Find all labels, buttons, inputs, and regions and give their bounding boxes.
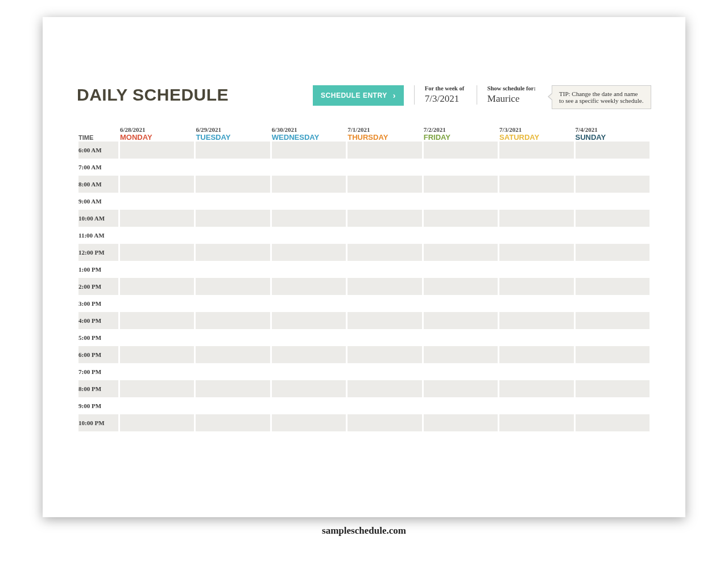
schedule-slot[interactable] <box>576 244 650 261</box>
schedule-slot[interactable] <box>348 244 421 261</box>
schedule-slot[interactable] <box>196 346 270 363</box>
schedule-slot[interactable] <box>272 210 346 227</box>
schedule-slot[interactable] <box>576 159 650 176</box>
schedule-slot[interactable] <box>120 397 194 414</box>
schedule-slot[interactable] <box>120 380 194 397</box>
schedule-slot[interactable] <box>348 295 421 312</box>
schedule-slot[interactable] <box>196 295 270 312</box>
schedule-slot[interactable] <box>424 295 498 312</box>
schedule-slot[interactable] <box>576 295 650 312</box>
schedule-slot[interactable] <box>499 261 573 278</box>
schedule-slot[interactable] <box>499 193 573 210</box>
schedule-slot[interactable] <box>499 159 573 176</box>
schedule-slot[interactable] <box>424 176 498 193</box>
schedule-slot[interactable] <box>120 227 194 244</box>
schedule-slot[interactable] <box>120 312 194 329</box>
schedule-slot[interactable] <box>196 363 270 380</box>
schedule-slot[interactable] <box>348 329 421 346</box>
schedule-slot[interactable] <box>120 210 194 227</box>
schedule-slot[interactable] <box>196 380 270 397</box>
schedule-slot[interactable] <box>272 244 346 261</box>
schedule-slot[interactable] <box>272 142 346 159</box>
schedule-slot[interactable] <box>348 363 421 380</box>
schedule-slot[interactable] <box>272 312 346 329</box>
schedule-slot[interactable] <box>196 159 270 176</box>
schedule-slot[interactable] <box>120 176 194 193</box>
schedule-slot[interactable] <box>196 312 270 329</box>
schedule-slot[interactable] <box>196 176 270 193</box>
schedule-slot[interactable] <box>424 414 498 431</box>
schedule-slot[interactable] <box>424 363 498 380</box>
schedule-slot[interactable] <box>424 227 498 244</box>
schedule-slot[interactable] <box>424 142 498 159</box>
schedule-slot[interactable] <box>424 159 498 176</box>
schedule-slot[interactable] <box>499 142 573 159</box>
schedule-slot[interactable] <box>576 346 650 363</box>
schedule-slot[interactable] <box>499 329 573 346</box>
schedule-slot[interactable] <box>120 261 194 278</box>
schedule-slot[interactable] <box>272 227 346 244</box>
schedule-slot[interactable] <box>196 414 270 431</box>
schedule-slot[interactable] <box>272 380 346 397</box>
schedule-slot[interactable] <box>576 363 650 380</box>
schedule-slot[interactable] <box>272 193 346 210</box>
schedule-slot[interactable] <box>499 414 573 431</box>
schedule-slot[interactable] <box>424 312 498 329</box>
schedule-slot[interactable] <box>499 244 573 261</box>
schedule-slot[interactable] <box>196 193 270 210</box>
schedule-entry-button[interactable]: SCHEDULE ENTRY › <box>313 85 404 106</box>
schedule-slot[interactable] <box>424 329 498 346</box>
schedule-slot[interactable] <box>348 142 421 159</box>
schedule-slot[interactable] <box>499 227 573 244</box>
show-schedule-for-value[interactable]: Maurice <box>487 93 536 105</box>
schedule-slot[interactable] <box>348 210 421 227</box>
schedule-slot[interactable] <box>348 159 421 176</box>
schedule-slot[interactable] <box>272 176 346 193</box>
schedule-slot[interactable] <box>120 278 194 295</box>
schedule-slot[interactable] <box>348 261 421 278</box>
schedule-slot[interactable] <box>196 244 270 261</box>
schedule-slot[interactable] <box>272 414 346 431</box>
schedule-slot[interactable] <box>424 261 498 278</box>
schedule-slot[interactable] <box>120 295 194 312</box>
schedule-slot[interactable] <box>576 329 650 346</box>
schedule-slot[interactable] <box>499 295 573 312</box>
schedule-slot[interactable] <box>499 176 573 193</box>
schedule-slot[interactable] <box>499 380 573 397</box>
schedule-slot[interactable] <box>348 346 421 363</box>
schedule-slot[interactable] <box>576 397 650 414</box>
schedule-slot[interactable] <box>272 278 346 295</box>
schedule-slot[interactable] <box>499 312 573 329</box>
schedule-slot[interactable] <box>424 346 498 363</box>
schedule-slot[interactable] <box>272 159 346 176</box>
schedule-slot[interactable] <box>120 244 194 261</box>
schedule-slot[interactable] <box>348 380 421 397</box>
schedule-slot[interactable] <box>348 312 421 329</box>
schedule-slot[interactable] <box>348 176 421 193</box>
schedule-slot[interactable] <box>499 210 573 227</box>
schedule-slot[interactable] <box>196 210 270 227</box>
schedule-slot[interactable] <box>120 142 194 159</box>
schedule-slot[interactable] <box>576 312 650 329</box>
schedule-slot[interactable] <box>499 278 573 295</box>
schedule-slot[interactable] <box>272 363 346 380</box>
schedule-slot[interactable] <box>120 363 194 380</box>
schedule-slot[interactable] <box>272 329 346 346</box>
schedule-slot[interactable] <box>120 346 194 363</box>
schedule-slot[interactable] <box>499 397 573 414</box>
schedule-slot[interactable] <box>576 380 650 397</box>
schedule-slot[interactable] <box>424 380 498 397</box>
schedule-slot[interactable] <box>499 363 573 380</box>
schedule-slot[interactable] <box>272 346 346 363</box>
schedule-slot[interactable] <box>348 278 421 295</box>
schedule-slot[interactable] <box>348 397 421 414</box>
schedule-slot[interactable] <box>272 261 346 278</box>
schedule-slot[interactable] <box>576 261 650 278</box>
schedule-slot[interactable] <box>272 397 346 414</box>
schedule-slot[interactable] <box>424 193 498 210</box>
schedule-slot[interactable] <box>120 329 194 346</box>
week-of-value[interactable]: 7/3/2021 <box>425 93 466 105</box>
schedule-slot[interactable] <box>576 278 650 295</box>
schedule-slot[interactable] <box>499 346 573 363</box>
schedule-slot[interactable] <box>576 227 650 244</box>
